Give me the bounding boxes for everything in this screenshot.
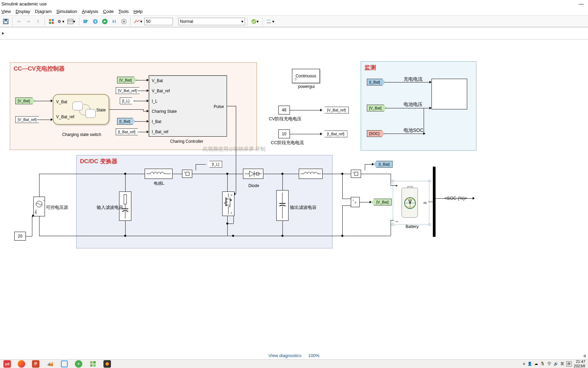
svg-text:+: + <box>353 171 354 174</box>
tag-il-1[interactable]: [I_L] <box>120 97 134 104</box>
run-btn[interactable] <box>100 17 109 26</box>
library-btn[interactable] <box>47 17 56 26</box>
tray-people-icon[interactable]: 👤 <box>527 362 532 366</box>
mosfet-block[interactable]: dgs <box>222 191 234 216</box>
svg-text:v: v <box>355 201 356 204</box>
svg-rect-57 <box>355 172 358 175</box>
tag-soc-mon[interactable]: [SOC] <box>367 130 385 137</box>
svg-rect-3 <box>49 19 51 21</box>
nav-arrow-icon[interactable] <box>1 32 5 35</box>
svg-rect-33 <box>186 172 189 175</box>
svg-rect-13 <box>115 20 116 23</box>
check-btn[interactable]: ▾ <box>249 17 260 26</box>
up-btn[interactable]: ⇧ <box>34 17 43 26</box>
output-cap-label: 输出滤波电容 <box>290 204 316 211</box>
const-10[interactable]: 10 <box>278 129 290 138</box>
output-cap[interactable] <box>276 190 289 221</box>
menu-analysis[interactable]: Analysis <box>82 9 98 14</box>
menu-help[interactable]: Help <box>133 9 143 14</box>
goto-vbatref[interactable]: [V_Bat_ref] <box>322 107 349 113</box>
svg-text:+: + <box>43 199 45 202</box>
tray-onedrive-icon[interactable]: ☁ <box>534 362 538 366</box>
taskbar-ppt[interactable]: P <box>29 359 43 368</box>
diode-block[interactable] <box>243 169 263 179</box>
goto-il[interactable]: [I_L] <box>207 161 222 168</box>
taskbar-matlab[interactable] <box>43 359 57 368</box>
taskbar-app7[interactable] <box>86 359 100 368</box>
taskbar: yd P + ∧ 👤 ☁ 🐧 🔊 英 拼 21:47 2023/8 <box>0 359 588 368</box>
inductor-block[interactable] <box>145 169 173 179</box>
tray-chevron-icon[interactable]: ∧ <box>523 362 525 366</box>
isense-ibat[interactable]: + <box>351 170 361 178</box>
tray-penguin-icon[interactable]: 🐧 <box>540 362 545 366</box>
svg-text:+: + <box>184 171 185 174</box>
save-btn[interactable] <box>1 17 10 26</box>
minimize-btn[interactable]: — <box>574 1 588 6</box>
scope-block[interactable] <box>431 79 467 109</box>
stoptime-input[interactable] <box>144 18 173 25</box>
taskbar-app1[interactable]: yd <box>0 359 14 368</box>
menu-view[interactable]: View <box>1 9 11 14</box>
step-fwd-btn[interactable] <box>110 17 119 26</box>
const-20[interactable]: 20 <box>14 232 26 241</box>
voltage-source[interactable]: +-s <box>33 197 45 216</box>
goto-vbat[interactable]: [V_Bat] <box>371 199 392 205</box>
const-48[interactable]: 48 <box>278 106 290 114</box>
record-btn[interactable]: ▾ <box>133 17 144 26</box>
svg-rect-5 <box>49 22 51 24</box>
tray-time[interactable]: 21:47 <box>574 359 585 364</box>
taskbar-app6[interactable]: + <box>71 359 86 368</box>
menu-diagram[interactable]: Diagram <box>35 9 52 14</box>
tray-date[interactable]: 2023/8 <box>574 364 585 368</box>
label-moni: 充电电流 <box>404 76 423 82</box>
mode-select[interactable]: Normal▾ <box>178 18 245 25</box>
svg-rect-6 <box>52 22 54 24</box>
bus-selector[interactable] <box>433 167 436 237</box>
tray-wifi-icon[interactable] <box>547 362 552 366</box>
tray-ime1[interactable]: 英 <box>560 361 564 366</box>
taskbar-app5[interactable] <box>57 359 71 368</box>
view-diagnostics-link[interactable]: View diagnostics <box>268 353 301 358</box>
tray-volume-icon[interactable]: 🔊 <box>554 362 558 366</box>
tag-ibatref-1[interactable]: [I_Bat_ref] <box>116 128 141 135</box>
simulink-canvas[interactable]: CC—CV充电控制器 DC/DC 变换器 监测 V_Bat V_Bat_ref … <box>0 44 588 352</box>
taskbar-recorder[interactable] <box>100 359 114 368</box>
taskbar-firefox[interactable] <box>14 359 29 368</box>
controller-block[interactable]: V_Bat V_Bat_ref I_L Charing State I_Bat … <box>149 75 227 137</box>
vsense-vbat[interactable]: +v- <box>351 197 360 207</box>
tag-vbat-1[interactable]: [V_Bat] <box>15 97 35 104</box>
inductor2[interactable] <box>299 169 323 179</box>
tag-vbat-2[interactable]: [V_Bat] <box>117 77 137 83</box>
explorer-btn[interactable]: ▾ <box>66 17 77 26</box>
gear-btn[interactable]: ⚙ ▾ <box>56 17 65 26</box>
forward-btn[interactable]: ⇨ <box>24 17 33 26</box>
tag-vbat-mon[interactable]: [V_Bat] <box>367 105 387 111</box>
back-btn[interactable]: ⇦ <box>15 17 23 26</box>
menu-tools[interactable]: Tools <box>118 9 129 14</box>
menu-display[interactable]: Display <box>16 9 30 14</box>
stateflow-block[interactable]: V_Bat V_Bat_ref State <box>53 94 109 125</box>
region-dcdc[interactable]: DC/DC 变换器 <box>76 155 332 248</box>
battery-block[interactable]: + _ m <box>394 182 428 223</box>
step-back-btn[interactable] <box>91 17 100 26</box>
goto-ibat[interactable]: [I_Bat] <box>374 161 393 168</box>
battery-label: Battery <box>406 224 419 229</box>
goto-ibatref[interactable]: [I_Bat_ref] <box>322 131 347 137</box>
tray-ime2[interactable]: 拼 <box>566 361 572 367</box>
legend-btn[interactable]: ▾ <box>265 17 276 26</box>
powergui-block[interactable]: Continuous <box>292 69 320 83</box>
stateflow-out: State <box>96 108 106 112</box>
label-cv: CV阶段充电电压 <box>269 116 301 122</box>
isense-il[interactable]: + <box>182 170 192 178</box>
label-monsoc: 电池SOC <box>404 127 423 134</box>
update-btn[interactable] <box>81 17 90 26</box>
tag-ibat-1[interactable]: [I_Bat] <box>117 118 135 125</box>
diode-label: Diode <box>248 183 259 188</box>
menu-simulation[interactable]: Simulation <box>56 9 77 14</box>
menu-code[interactable]: Code <box>103 9 114 14</box>
svg-rect-15 <box>123 20 125 22</box>
explorer-bar <box>0 27 588 40</box>
stop-btn[interactable] <box>119 17 128 26</box>
tag-ibat-mon[interactable]: [I_Bat] <box>367 79 385 86</box>
svg-text:s: s <box>35 211 36 213</box>
